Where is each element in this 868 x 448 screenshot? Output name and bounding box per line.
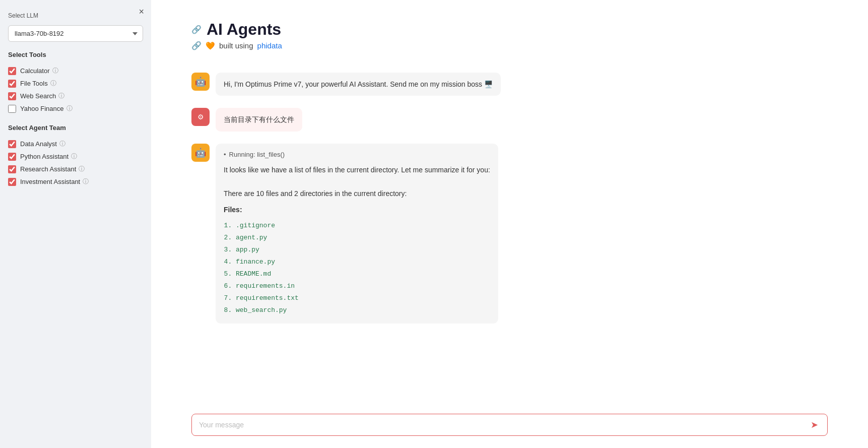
user-message-text-1: 当前目录下有什么文件 bbox=[224, 115, 294, 123]
file-list: .gitignoreagent.pyapp.pyfinance.pyREADME… bbox=[224, 220, 490, 316]
info-icon-agent-research-assistant: ⓘ bbox=[79, 165, 85, 173]
agent-label-investment-assistant[interactable]: Investment Assistant ⓘ bbox=[20, 177, 89, 186]
page-subtitle: 🔗 🧡 built using phidata bbox=[191, 41, 828, 50]
message-input[interactable] bbox=[199, 421, 809, 429]
file-list-item: finance.py bbox=[236, 257, 490, 268]
info-icon-web-search: ⓘ bbox=[58, 92, 64, 100]
tool-label-web-search[interactable]: Web Search ⓘ bbox=[20, 92, 64, 100]
agent-item-python-assistant: Python Assistant ⓘ bbox=[8, 150, 143, 163]
tool-checkbox-calculator[interactable] bbox=[8, 67, 16, 75]
agent-label-data-analyst[interactable]: Data Analyst ⓘ bbox=[20, 140, 65, 148]
subtitle-heart: 🧡 bbox=[206, 41, 215, 50]
files-label: Files: bbox=[224, 204, 490, 216]
agents-list: Data Analyst ⓘ Python Assistant ⓘ Resear… bbox=[8, 138, 143, 188]
running-line: • Running: list_files() bbox=[224, 150, 490, 160]
tool-item-web-search: Web Search ⓘ bbox=[8, 90, 143, 102]
message-row-2: 🤖 • Running: list_files() It looks like … bbox=[191, 144, 828, 324]
page-header-block: 🔗 AI Agents 🔗 🧡 built using phidata bbox=[191, 20, 828, 60]
agents-section-label: Select Agent Team bbox=[8, 124, 143, 132]
agent-checkbox-python-assistant[interactable] bbox=[8, 153, 16, 161]
file-list-item: requirements.txt bbox=[236, 293, 490, 304]
agent-label-research-assistant[interactable]: Research Assistant ⓘ bbox=[20, 165, 85, 173]
bot-message-2: • Running: list_files() It looks like we… bbox=[216, 144, 498, 324]
bot-message-0: Hi, I'm Optimus Prime v7, your powerful … bbox=[216, 73, 501, 96]
tool-item-calculator: Calculator ⓘ bbox=[8, 65, 143, 77]
file-list-item: .gitignore bbox=[236, 220, 490, 231]
bot-avatar-2: 🤖 bbox=[191, 144, 210, 162]
file-list-item: requirements.in bbox=[236, 281, 490, 292]
send-button[interactable]: ➤ bbox=[809, 419, 820, 430]
running-text: Running: list_files() bbox=[229, 150, 285, 160]
response-p1: It looks like we have a list of files in… bbox=[224, 164, 490, 176]
subtitle-text: built using bbox=[219, 41, 253, 50]
chat-area: 🔗 AI Agents 🔗 🧡 built using phidata 🤖 Hi… bbox=[151, 0, 868, 406]
send-icon: ➤ bbox=[811, 419, 818, 430]
info-icon-calculator: ⓘ bbox=[52, 67, 58, 75]
bot-avatar-0: 🤖 bbox=[191, 73, 210, 91]
user-message-1: 当前目录下有什么文件 bbox=[216, 108, 302, 131]
input-area: ➤ bbox=[151, 406, 868, 448]
response-p2: There are 10 files and 2 directories in … bbox=[224, 188, 490, 200]
file-list-item: web_search.py bbox=[236, 305, 490, 316]
link-icon: 🔗 bbox=[191, 25, 202, 34]
response-text-1: It looks like we have a list of files in… bbox=[224, 164, 490, 316]
agent-item-investment-assistant: Investment Assistant ⓘ bbox=[8, 175, 143, 188]
agent-item-research-assistant: Research Assistant ⓘ bbox=[8, 163, 143, 175]
file-list-item: app.py bbox=[236, 244, 490, 255]
agent-item-data-analyst: Data Analyst ⓘ bbox=[8, 138, 143, 150]
info-icon-agent-python-assistant: ⓘ bbox=[71, 152, 77, 161]
message-row-1: ⚙ 当前目录下有什么文件 bbox=[191, 108, 828, 131]
tool-item-file-tools: File Tools ⓘ bbox=[8, 77, 143, 90]
input-wrapper: ➤ bbox=[191, 414, 828, 436]
phidata-link[interactable]: phidata bbox=[257, 41, 282, 50]
tools-section-label: Select Tools bbox=[8, 51, 143, 58]
info-icon-file-tools: ⓘ bbox=[50, 79, 56, 88]
page-header: 🔗 AI Agents bbox=[191, 20, 828, 39]
llm-label: Select LLM bbox=[8, 12, 143, 19]
info-icon-agent-data-analyst: ⓘ bbox=[59, 140, 65, 148]
sidebar: × Select LLM llama3-70b-8192gpt-4gpt-3.5… bbox=[0, 0, 151, 448]
llm-select[interactable]: llama3-70b-8192gpt-4gpt-3.5-turbo bbox=[8, 25, 143, 42]
link-icon-2: 🔗 bbox=[191, 41, 202, 50]
info-icon-agent-investment-assistant: ⓘ bbox=[83, 177, 89, 186]
agent-checkbox-data-analyst[interactable] bbox=[8, 140, 16, 148]
tools-list: Calculator ⓘ File Tools ⓘ Web Search ⓘ Y… bbox=[8, 65, 143, 115]
tool-item-yahoo-finance: Yahoo Finance ⓘ bbox=[8, 102, 143, 115]
tool-checkbox-yahoo-finance[interactable] bbox=[8, 105, 16, 113]
agent-label-python-assistant[interactable]: Python Assistant ⓘ bbox=[20, 152, 77, 161]
agent-checkbox-investment-assistant[interactable] bbox=[8, 178, 16, 186]
tool-checkbox-web-search[interactable] bbox=[8, 92, 16, 100]
page-title: AI Agents bbox=[207, 20, 281, 39]
tool-label-file-tools[interactable]: File Tools ⓘ bbox=[20, 79, 56, 88]
file-list-item: README.md bbox=[236, 269, 490, 280]
tool-label-calculator[interactable]: Calculator ⓘ bbox=[20, 67, 58, 75]
close-button[interactable]: × bbox=[139, 7, 144, 16]
user-avatar-1: ⚙ bbox=[191, 108, 210, 126]
info-icon-yahoo-finance: ⓘ bbox=[66, 104, 73, 113]
agent-checkbox-research-assistant[interactable] bbox=[8, 165, 16, 173]
bot-message-text-0: Hi, I'm Optimus Prime v7, your powerful … bbox=[224, 80, 493, 88]
message-row-0: 🤖 Hi, I'm Optimus Prime v7, your powerfu… bbox=[191, 73, 828, 96]
main-panel: 🔗 AI Agents 🔗 🧡 built using phidata 🤖 Hi… bbox=[151, 0, 868, 448]
file-list-item: agent.py bbox=[236, 232, 490, 243]
tool-checkbox-file-tools[interactable] bbox=[8, 80, 16, 88]
tool-label-yahoo-finance[interactable]: Yahoo Finance ⓘ bbox=[20, 104, 73, 113]
